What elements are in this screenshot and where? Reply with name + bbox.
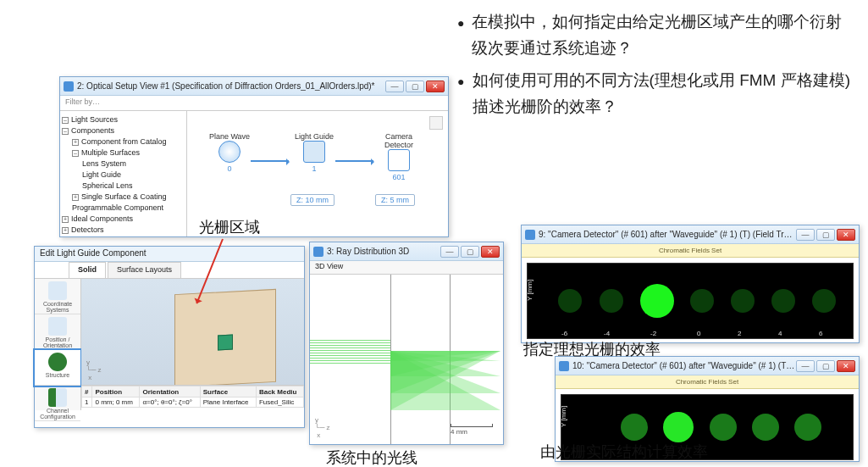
tree-lens-system[interactable]: Lens System	[82, 158, 126, 170]
z-distance-2[interactable]: Z: 5 mm	[375, 194, 415, 206]
structure-icon	[48, 353, 67, 371]
chart-subtitle: Chromatic Fields Set	[522, 244, 859, 258]
col-orientation[interactable]: Orientation	[140, 386, 200, 398]
bullet-dot: ●	[457, 67, 473, 120]
arrow-icon	[251, 160, 289, 162]
bullet-dot: ●	[457, 8, 472, 62]
window-title: 9: "Camera Detector" (# 601) after "Wave…	[539, 230, 796, 239]
channel-icon	[48, 388, 67, 407]
scale-bar: 4 mm	[451, 424, 493, 436]
close-button[interactable]: ✕	[426, 81, 445, 92]
y-axis-label: Y [mm]	[527, 280, 534, 301]
titlebar[interactable]: 2: Optical Setup View #1 (Specification …	[60, 77, 448, 96]
arrow-icon	[335, 160, 373, 162]
tree-from-catalog[interactable]: Component from Catalog	[81, 136, 167, 147]
chart-subtitle: Chromatic Fields Set	[556, 375, 859, 389]
col-surface[interactable]: Surface	[200, 386, 256, 398]
x-tick: 2	[738, 330, 741, 337]
light-guide-plate	[174, 289, 276, 387]
surface-table[interactable]: # Position Orientation Surface Back Medi…	[81, 385, 304, 410]
window-title: 10: "Camera Detector" (# 601) after "Wav…	[572, 361, 796, 370]
y-axis-label: Y [mm]	[561, 406, 567, 427]
sidebar-item-structure[interactable]: Structure	[35, 350, 80, 386]
camera-detector-ideal-window: 9: "Camera Detector" (# 601) after "Wave…	[521, 225, 860, 343]
node-light-guide[interactable]: Light Guide 1	[289, 132, 340, 173]
window-title: 3: Ray Distribution 3D	[327, 247, 440, 256]
sidebar-item-position[interactable]: Position / Orientation	[35, 314, 80, 350]
ray-canvas[interactable]: y└─ z x 4 mm	[310, 275, 503, 444]
minimize-button[interactable]: —	[796, 229, 815, 241]
minimize-button[interactable]: —	[440, 246, 459, 258]
x-tick: 4	[778, 330, 782, 337]
axes-icon	[48, 317, 67, 336]
minimize-button[interactable]: —	[385, 81, 404, 92]
close-button[interactable]: ✕	[837, 229, 855, 241]
maximize-button[interactable]: ▢	[406, 81, 424, 92]
minimize-button[interactable]: —	[796, 360, 815, 372]
annotation-ideal-efficiency: 指定理想光栅的效率	[523, 339, 661, 359]
light-guide-editor-window: Edit Light Guide Component Solid Surface…	[34, 246, 305, 428]
order-spot	[771, 289, 795, 313]
order-spot	[710, 414, 737, 441]
tree-spherical-lens[interactable]: Spherical Lens	[82, 181, 133, 192]
order-spot	[752, 414, 779, 441]
tab-solid[interactable]: Solid	[69, 262, 106, 278]
app-icon	[559, 361, 569, 371]
app-icon	[64, 81, 74, 92]
tab-surface-layouts[interactable]: Surface Layouts	[108, 262, 181, 278]
sidebar-item-coordinate[interactable]: Coordinate Systems	[35, 279, 80, 314]
tree-programmable[interactable]: Programmable Component	[72, 203, 163, 214]
ray-distribution-window: 3: Ray Distribution 3D — ▢ ✕ 3D View y└─…	[309, 242, 504, 445]
order-spot	[731, 289, 755, 313]
order-spot	[794, 414, 821, 441]
editor-3d-view[interactable]: y└─ z x # Position Orientation Surface B…	[81, 279, 304, 410]
tree-ideal-components[interactable]: Ideal Components	[71, 214, 133, 225]
tree-components[interactable]: Components	[71, 125, 114, 136]
order-spot	[812, 289, 836, 313]
annotation-grating-region: 光栅区域	[199, 217, 260, 237]
bullet-text: 在模拟中，如何指定由给定光栅区域产生的哪个衍射级次要通过系统追迹？	[472, 8, 855, 62]
x-tick: -2	[650, 330, 656, 337]
order-spot	[558, 289, 582, 313]
table-row[interactable]: 1 0 mm; 0 mm α=0°; θ=0°; ζ=0° Plane Inte…	[82, 398, 304, 408]
col-position[interactable]: Position	[92, 386, 140, 398]
close-button[interactable]: ✕	[837, 360, 855, 372]
bullet-text: 如何使用可用的不同方法(理想化或用 FMM 严格建模)描述光栅阶的效率？	[473, 67, 855, 120]
tree-detectors[interactable]: Detectors	[71, 225, 104, 236]
tree-light-guide[interactable]: Light Guide	[82, 170, 121, 181]
maximize-button[interactable]: ▢	[461, 246, 479, 258]
annotation-system-rays: 系统中的光线	[326, 448, 417, 467]
axes-icon: y└─ z x	[315, 416, 330, 439]
filter-input[interactable]: Filter by…	[60, 96, 448, 111]
sidebar-item-channel[interactable]: Channel Configuration	[35, 386, 80, 421]
x-tick: 0	[697, 330, 700, 337]
x-tick: -6	[561, 330, 567, 337]
maximize-button[interactable]: ▢	[816, 360, 835, 372]
app-icon	[313, 247, 323, 257]
field-plot-ideal[interactable]: Y [mm] -6 -4 -2 0 2 4 6	[527, 263, 854, 339]
incoming-rays	[310, 338, 390, 364]
editor-title: Edit Light Guide Component	[35, 247, 304, 262]
tab-3d-view[interactable]: 3D View	[310, 261, 503, 275]
grid-icon	[48, 281, 67, 300]
tree-multiple-surfaces[interactable]: Multiple Surfaces	[81, 147, 140, 158]
app-icon	[525, 230, 535, 240]
axes-icon: y└─ z x	[86, 359, 102, 381]
col-back-medium[interactable]: Back Mediu	[256, 386, 303, 398]
order-spot	[690, 289, 714, 313]
col-num[interactable]: #	[82, 386, 92, 398]
z-distance-1[interactable]: Z: 10 mm	[290, 194, 334, 206]
node-plane-wave[interactable]: Plane Wave 0	[204, 132, 255, 173]
watermark: 知乎 @旸旸	[762, 442, 853, 462]
component-tree[interactable]: –Light Sources –Components +Component fr…	[60, 111, 187, 236]
tree-single-surface[interactable]: Single Surface & Coating	[81, 192, 167, 203]
tree-light-sources[interactable]: Light Sources	[71, 114, 118, 125]
node-camera-detector[interactable]: Camera Detector 601	[373, 132, 424, 181]
order-spot-bright	[640, 284, 674, 318]
close-button[interactable]: ✕	[481, 246, 500, 258]
toolbar-icon[interactable]	[429, 116, 443, 130]
order-spot	[600, 289, 623, 313]
question-bullets: ●在模拟中，如何指定由给定光栅区域产生的哪个衍射级次要通过系统追迹？ ●如何使用…	[457, 8, 855, 125]
order-spot	[621, 414, 648, 441]
maximize-button[interactable]: ▢	[816, 229, 835, 241]
